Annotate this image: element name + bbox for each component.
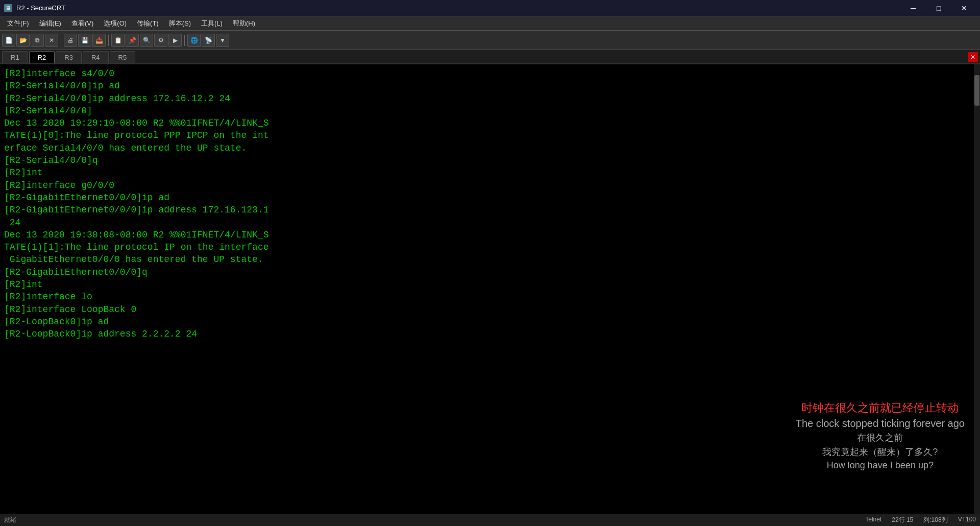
menu-edit[interactable]: 编辑(E) (34, 16, 66, 30)
minimize-button[interactable]: ─ (901, 1, 925, 15)
close-button[interactable]: ✕ (952, 1, 976, 15)
toolbar-separator-2 (108, 35, 109, 46)
terminal-area[interactable]: [R2]interface s4/0/0 [R2-Serial4/0/0]ip … (0, 64, 980, 514)
menu-bar: 文件(F) 编辑(E) 查看(V) 选项(O) 传输(T) 脚本(S) 工具(L… (0, 16, 980, 31)
toolbar-connect[interactable]: 🌐 (187, 34, 201, 47)
overlay-line-1: 时钟在很久之前就已经停止转动 (796, 400, 965, 416)
tab-bar: R1 R2 R3 R4 R5 ✕ (0, 50, 980, 64)
menu-view[interactable]: 查看(V) (66, 16, 99, 30)
terminal-line-21: [R2-LoopBack0]ip ad (4, 316, 970, 328)
window-controls: ─ □ ✕ (901, 1, 976, 15)
terminal-line-3: [R2-Serial4/0/0]ip address 172.16.12.2 2… (4, 92, 970, 105)
scrollbar[interactable] (974, 64, 980, 514)
terminal-line-4: [R2-Serial4/0/0] (4, 105, 970, 117)
menu-transfer[interactable]: 传输(T) (132, 16, 164, 30)
toolbar-separator-1 (61, 35, 61, 46)
overlay-line-5: How long have I been up? (796, 460, 965, 471)
terminal-line-20: [R2]interface LoopBack 0 (4, 303, 970, 316)
terminal-line-19: [R2]interface lo (4, 291, 970, 303)
toolbar-print[interactable]: 🖨 (64, 34, 77, 47)
status-cols: 列:108列 (923, 516, 947, 524)
terminal-line-18: [R2]int (4, 278, 970, 291)
tab-r3[interactable]: R3 (56, 51, 82, 63)
tab-r4[interactable]: R4 (83, 51, 109, 63)
title-bar: 🖥 R2 - SecureCRT ─ □ ✕ (0, 0, 980, 16)
toolbar-save2[interactable]: 📥 (92, 34, 106, 47)
toolbar-settings[interactable]: ⚙ (154, 34, 167, 47)
app-icon: 🖥 (4, 4, 12, 12)
maximize-button[interactable]: □ (927, 1, 950, 15)
overlay-line-2: The clock stopped ticking forever ago (796, 418, 965, 429)
toolbar-open[interactable]: 📂 (16, 34, 30, 47)
overlay-line-3: 在很久之前 (796, 432, 965, 444)
toolbar-paste[interactable]: 📌 (126, 34, 139, 47)
tab-r1[interactable]: R1 (2, 51, 28, 63)
status-ready: 就绪 (4, 516, 16, 524)
status-bar: 就绪 Telnet 22行 15 列:108列 VT100 (0, 514, 980, 526)
terminal-line-2: [R2-Serial4/0/0]ip ad (4, 80, 970, 92)
status-right: Telnet 22行 15 列:108列 VT100 (865, 516, 976, 524)
menu-help[interactable]: 帮助(H) (228, 16, 260, 30)
toolbar-close[interactable]: ✕ (45, 34, 58, 47)
terminal-line-17: [R2-GigabitEthernet0/0/0]q (4, 266, 970, 278)
overlay-text: 时钟在很久之前就已经停止转动 The clock stopped ticking… (796, 400, 965, 473)
menu-tools[interactable]: 工具(L) (196, 16, 228, 30)
toolbar: 📄 📂 ⧉ ✕ 🖨 💾 📥 📋 📌 🔍 ⚙ ▶ 🌐 📡 ▼ (0, 31, 980, 50)
toolbar-disconnect[interactable]: 📡 (202, 34, 215, 47)
terminal-line-11: [R2-GigabitEthernet0/0/0]ip ad (4, 192, 970, 204)
terminal-line-9: [R2]int (4, 166, 970, 179)
toolbar-extra[interactable]: ▶ (168, 34, 182, 47)
menu-script[interactable]: 脚本(S) (164, 16, 196, 30)
menu-options[interactable]: 选项(O) (99, 16, 132, 30)
menu-file[interactable]: 文件(F) (2, 16, 34, 30)
status-connection: Telnet (865, 516, 881, 524)
tab-r5[interactable]: R5 (110, 51, 136, 63)
terminal-line-1: [R2]interface s4/0/0 (4, 67, 970, 80)
status-position: 22行 15 (892, 516, 913, 524)
terminal-line-14: Dec 13 2020 19:30:08-08:00 R2 %%01IFNET/… (4, 229, 970, 241)
toolbar-dropdown[interactable]: ▼ (216, 34, 229, 47)
title-bar-left: 🖥 R2 - SecureCRT (4, 4, 65, 12)
toolbar-save[interactable]: 💾 (78, 34, 91, 47)
terminal-line-5: Dec 13 2020 19:29:10-08:00 R2 %%01IFNET/… (4, 117, 970, 129)
app-window: 🖥 R2 - SecureCRT ─ □ ✕ 文件(F) 编辑(E) 查看(V)… (0, 0, 980, 526)
overlay-line-4: 我究竟起来（醒来）了多久? (796, 446, 965, 458)
window-title: R2 - SecureCRT (16, 4, 65, 12)
status-terminal: VT100 (958, 516, 976, 524)
terminal-line-10: [R2]interface g0/0/0 (4, 179, 970, 192)
toolbar-separator-3 (184, 35, 185, 46)
toolbar-clone[interactable]: ⧉ (31, 34, 44, 47)
terminal-line-8: [R2-Serial4/0/0]q (4, 154, 970, 166)
tab-r2[interactable]: R2 (29, 51, 55, 63)
content-area: [R2]interface s4/0/0 [R2-Serial4/0/0]ip … (0, 64, 980, 514)
terminal-line-12: [R2-GigabitEthernet0/0/0]ip address 172.… (4, 204, 970, 216)
terminal-line-22: [R2-LoopBack0]ip address 2.2.2.2 24 (4, 328, 970, 340)
terminal-line-16: GigabitEthernet0/0/0 has entered the UP … (4, 253, 970, 266)
scrollbar-thumb[interactable] (974, 75, 979, 106)
tab-close-button[interactable]: ✕ (968, 52, 978, 62)
terminal-line-13: 24 (4, 217, 970, 229)
toolbar-copy[interactable]: 📋 (111, 34, 125, 47)
terminal-line-6: TATE(1)[0]:The line protocol PPP IPCP on… (4, 129, 970, 141)
terminal-line-7: erface Serial4/0/0 has entered the UP st… (4, 142, 970, 154)
toolbar-new[interactable]: 📄 (2, 34, 15, 47)
terminal-line-15: TATE(1)[1]:The line protocol IP on the i… (4, 241, 970, 253)
toolbar-find[interactable]: 🔍 (140, 34, 153, 47)
